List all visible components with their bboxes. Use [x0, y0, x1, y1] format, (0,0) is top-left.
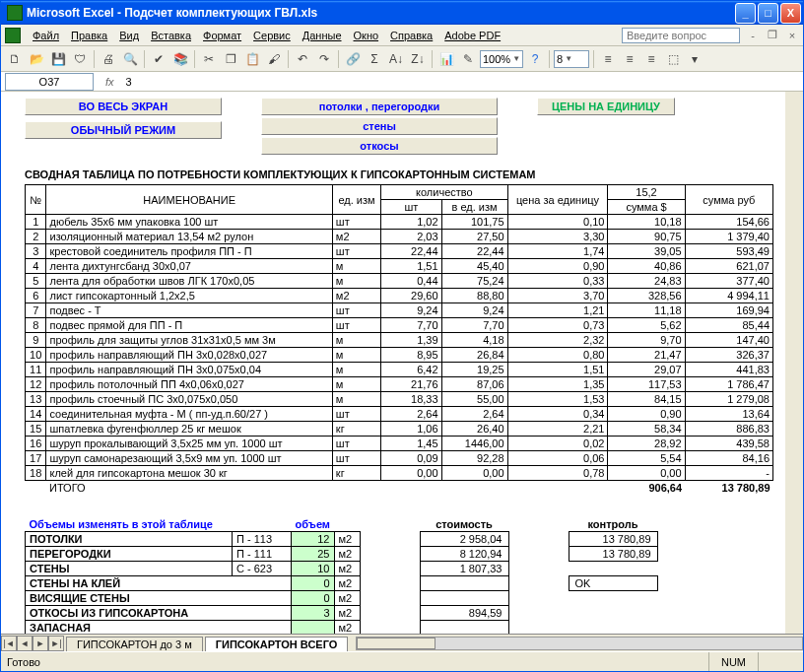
table-row[interactable]: 9профиль для защиты углов 31x31x0,5 мм 3… — [26, 333, 773, 348]
col-rub: сумма руб — [685, 185, 772, 215]
merge-icon[interactable]: ⬚ — [663, 49, 683, 69]
new-icon[interactable]: 🗋 — [5, 49, 25, 69]
table-row[interactable]: 1дюбель 35x6 мм упаковка 100 штшт1,02101… — [26, 215, 773, 230]
save-icon[interactable]: 💾 — [48, 49, 68, 69]
format-painter-icon[interactable]: 🖌 — [264, 49, 284, 69]
table-row[interactable]: 4лента дихтунгсбанд 30x0,07м1,5145,400,9… — [26, 259, 773, 274]
scroll-thumb[interactable] — [786, 108, 803, 227]
doc-close-button[interactable]: × — [785, 29, 799, 42]
close-button[interactable]: X — [780, 3, 801, 24]
menu-data[interactable]: Данные — [297, 28, 348, 43]
table-row[interactable]: 7подвес - Тшт9,249,241,2111,18169,94 — [26, 303, 773, 318]
cost-row — [420, 620, 508, 634]
table-row[interactable]: 3крестовой соединитель профиля ПП - Пшт2… — [26, 244, 773, 259]
total-label: ИТОГО — [46, 481, 332, 496]
sheet-tabs: |◄ ◄ ► ►| ГИПСОКАРТОН до 3 м ГИПСОКАРТОН… — [1, 634, 803, 651]
h-scroll-thumb[interactable] — [357, 638, 436, 649]
undo-icon[interactable]: ↶ — [293, 49, 312, 69]
volume-row[interactable]: СТЕНЫ НА КЛЕЙ0м2 — [26, 575, 361, 590]
align-left-icon[interactable]: ≡ — [598, 49, 618, 69]
cost-table: стоимость 2 958,048 120,941 807,33 894,5… — [420, 517, 509, 635]
volume-row[interactable]: СТЕНЫС - 62310м2 — [26, 561, 361, 575]
scroll-up-icon[interactable]: ▲ — [786, 92, 803, 108]
zoom-select[interactable]: 100%▼ — [480, 50, 523, 68]
normalmode-button[interactable]: ОБЫЧНЫЙ РЕЖИМ — [25, 121, 222, 139]
prices-button[interactable]: ЦЕНЫ НА ЕДИНИЦУ — [537, 98, 675, 115]
help-icon[interactable]: ? — [525, 49, 545, 69]
doc-minimize-button[interactable]: - — [746, 29, 760, 42]
hyperlink-icon[interactable]: 🔗 — [343, 49, 363, 69]
permission-icon[interactable]: 🛡 — [70, 49, 90, 69]
volume-row[interactable]: ПОТОЛКИП - 11312м2 — [26, 531, 361, 546]
horizontal-scrollbar[interactable] — [356, 637, 803, 650]
print-icon[interactable]: 🖨 — [99, 49, 118, 69]
table-row[interactable]: 10профиль направляющий ПН 3x0,028x0,027м… — [26, 348, 773, 363]
menu-view[interactable]: Вид — [113, 28, 145, 43]
table-row[interactable]: 18клей для гипсокартона мешок 30 кгкг0,0… — [26, 466, 773, 481]
table-row[interactable]: 15шпатлевка фугенфюллер 25 кг мешоккг1,0… — [26, 422, 773, 437]
tab-prev-icon[interactable]: ◄ — [17, 636, 33, 651]
menu-window[interactable]: Окно — [348, 28, 385, 43]
paste-icon[interactable]: 📋 — [242, 49, 262, 69]
preview-icon[interactable]: 🔍 — [120, 49, 140, 69]
minimize-button[interactable]: _ — [735, 3, 756, 24]
table-row[interactable]: 13профиль стоечный ПС 3x0,075x0,050м18,3… — [26, 392, 773, 407]
worksheet-area[interactable]: ▲ ▼ ВО ВЕСЬ ЭКРАН ОБЫЧНЫЙ РЕЖИМ потолки … — [1, 92, 803, 634]
spell-icon[interactable]: ✔ — [149, 49, 168, 69]
sort-asc-icon[interactable]: A↓ — [386, 49, 406, 69]
sort-desc-icon[interactable]: Z↓ — [408, 49, 428, 69]
ask-question-input[interactable] — [622, 28, 740, 43]
chart-icon[interactable]: 📊 — [436, 49, 456, 69]
open-icon[interactable]: 📂 — [27, 49, 46, 69]
table-row[interactable]: 11профиль направляющий ПН 3x0,075x0,04м6… — [26, 363, 773, 377]
font-size-select[interactable]: 8▼ — [554, 50, 589, 68]
col-usd: сумма $ — [608, 200, 685, 215]
table-row[interactable]: 2изоляционный материал 13,54 м2 рулонм22… — [26, 230, 773, 244]
table-row[interactable]: 5лента для обработки швов ЛГК 170x0,05м0… — [26, 274, 773, 289]
table-row[interactable]: 8подвес прямой для ПП - Пшт7,707,700,735… — [26, 318, 773, 333]
table-row[interactable]: 16шуруп прокалывающий 3,5x25 мм уп. 1000… — [26, 437, 773, 451]
walls-button[interactable]: стены — [261, 117, 498, 135]
fx-label: fx — [98, 76, 122, 88]
menu-format[interactable]: Формат — [197, 28, 247, 43]
menu-file[interactable]: Файл — [27, 28, 65, 43]
table-row[interactable]: 6лист гипсокартонный 1,2x2,5м229,6088,80… — [26, 289, 773, 303]
align-right-icon[interactable]: ≡ — [641, 49, 661, 69]
tab-sheet2[interactable]: ГИПСОКАРТОН ВСЕГО — [205, 637, 349, 651]
table-row[interactable]: 14соединительная муфта - М ( пп-уд.п.60/… — [26, 407, 773, 422]
copy-icon[interactable]: ❐ — [221, 49, 240, 69]
excel-menu-icon[interactable] — [5, 28, 21, 43]
align-center-icon[interactable]: ≡ — [620, 49, 639, 69]
table-row[interactable]: 17шуруп самонарезающий 3,5x9 мм уп. 1000… — [26, 451, 773, 466]
tab-first-icon[interactable]: |◄ — [1, 636, 17, 651]
formula-input[interactable]: 3 — [122, 76, 803, 88]
volume-row[interactable]: ОТКОСЫ ИЗ ГИПСОКАРТОНА3м2 — [26, 605, 361, 620]
autosum-icon[interactable]: Σ — [365, 49, 384, 69]
volume-row[interactable]: ВИСЯЩИЕ СТЕНЫ0м2 — [26, 590, 361, 605]
table-row[interactable]: 12профиль потолочный ПП 4x0,06x0,027м21,… — [26, 377, 773, 392]
menu-edit[interactable]: Правка — [65, 28, 113, 43]
research-icon[interactable]: 📚 — [170, 49, 190, 69]
name-box[interactable]: O37 — [5, 73, 94, 91]
menu-insert[interactable]: Вставка — [145, 28, 197, 43]
volume-row[interactable]: ЗАПАСНАЯм2 — [26, 620, 361, 634]
total-rub: 13 780,89 — [685, 481, 772, 496]
fullscreen-button[interactable]: ВО ВЕСЬ ЭКРАН — [25, 98, 222, 115]
menu-help[interactable]: Справка — [384, 28, 438, 43]
drawing-icon[interactable]: ✎ — [458, 49, 478, 69]
redo-icon[interactable]: ↷ — [314, 49, 334, 69]
tab-last-icon[interactable]: ►| — [48, 636, 64, 651]
menu-tools[interactable]: Сервис — [247, 28, 297, 43]
otkosy-button[interactable]: откосы — [261, 137, 498, 155]
menu-adobe[interactable]: Adobe PDF — [438, 28, 506, 43]
vertical-scrollbar[interactable]: ▲ ▼ — [785, 92, 803, 634]
tab-next-icon[interactable]: ► — [33, 636, 48, 651]
maximize-button[interactable]: □ — [758, 3, 778, 24]
volume-row[interactable]: ПЕРЕГОРОДКИП - 11125м2 — [26, 546, 361, 561]
more-icon[interactable]: ▾ — [685, 49, 704, 69]
cut-icon[interactable]: ✂ — [199, 49, 219, 69]
tab-sheet1[interactable]: ГИПСОКАРТОН до 3 м — [66, 637, 203, 651]
scroll-down-icon[interactable]: ▼ — [786, 617, 803, 634]
ceilings-button[interactable]: потолки , перегородки — [261, 98, 498, 115]
doc-restore-button[interactable]: ❐ — [766, 29, 779, 42]
